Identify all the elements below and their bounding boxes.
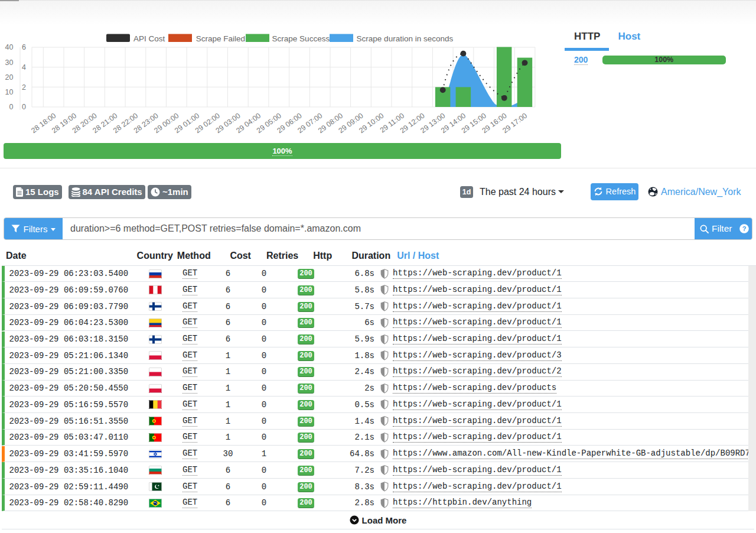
svg-text:Scrape Success: Scrape Success: [272, 34, 330, 43]
svg-text:10: 10: [5, 88, 14, 96]
svg-text:6: 6: [22, 43, 26, 51]
svg-text:0: 0: [22, 103, 26, 111]
svg-text:0: 0: [9, 103, 14, 111]
svg-text:30: 30: [5, 58, 14, 67]
svg-text:2: 2: [22, 83, 26, 92]
svg-text:4: 4: [22, 63, 26, 72]
svg-text:Scrape duration in seconds: Scrape duration in seconds: [357, 34, 454, 43]
svg-text:?: ?: [742, 225, 747, 232]
svg-text:20: 20: [5, 73, 14, 82]
svg-text:Scrape Failed: Scrape Failed: [196, 34, 245, 43]
svg-text:40: 40: [5, 43, 14, 51]
svg-text:API Cost: API Cost: [133, 34, 165, 43]
